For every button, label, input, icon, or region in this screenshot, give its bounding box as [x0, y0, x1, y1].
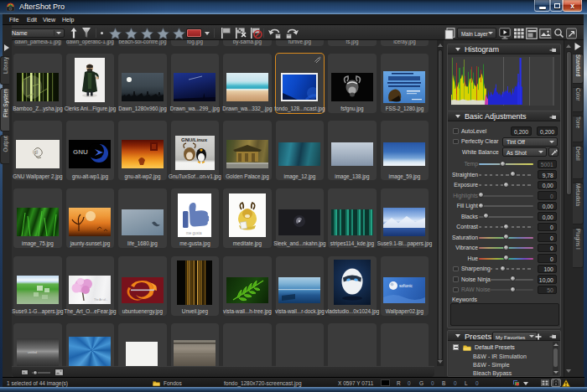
- svg-text:untitled: untitled: [28, 351, 37, 354]
- svg-text:The Art of...: The Art of...: [94, 298, 108, 302]
- svg-text:me gusta: me gusta: [186, 231, 202, 235]
- svg-text:GNU: GNU: [73, 148, 88, 156]
- svg-text:(g): (g): [33, 149, 38, 154]
- svg-text:GNU/Linux: GNU/Linux: [181, 137, 208, 142]
- svg-text:softonic: softonic: [399, 284, 413, 288]
